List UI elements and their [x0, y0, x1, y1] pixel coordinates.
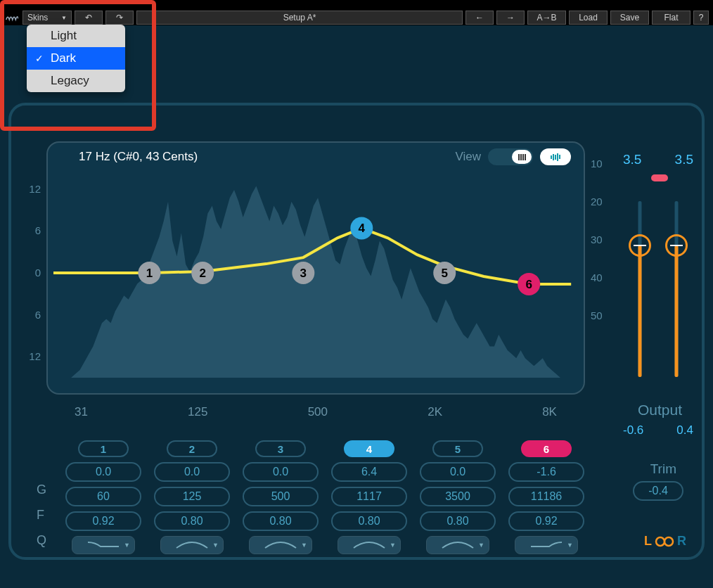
- x-axis-tick: 500: [308, 405, 328, 422]
- check-icon: ✓: [35, 53, 44, 64]
- band-column-6: 6-1.6111860.92▼: [508, 440, 585, 554]
- save-button[interactable]: Save: [610, 11, 649, 25]
- band-shape-selector[interactable]: ▼: [249, 536, 312, 554]
- svg-point-0: [656, 537, 664, 546]
- band-f-field[interactable]: 1117: [331, 487, 407, 506]
- band-node-label: 2: [199, 267, 205, 280]
- band-select-button[interactable]: 2: [167, 440, 217, 457]
- load-label: Load: [579, 13, 598, 23]
- band-select-button[interactable]: 6: [521, 440, 572, 457]
- peak-indicator[interactable]: [651, 174, 668, 181]
- bar-icon: [551, 155, 552, 159]
- frequency-readout: 17 Hz (C#0, 43 Cents): [79, 150, 198, 164]
- waves-logo-icon: [4, 11, 20, 25]
- bar-icon: [553, 154, 554, 160]
- band-shape-selector[interactable]: ▼: [160, 536, 224, 554]
- y-axis-left-tick: 6: [24, 309, 41, 321]
- band-node-label: 6: [525, 278, 532, 291]
- q-row-label: Q: [37, 533, 46, 548]
- y-axis-left-tick: 0: [24, 267, 41, 279]
- band-f-field[interactable]: 60: [65, 487, 141, 506]
- band-node-label: 3: [300, 267, 307, 280]
- trim-value[interactable]: -0.4: [633, 481, 683, 501]
- skins-menu-item[interactable]: ✓Dark: [27, 47, 125, 70]
- copy-ab-button[interactable]: A→B: [527, 11, 566, 25]
- menu-item-label: Light: [51, 29, 77, 43]
- analyzer-mode-button[interactable]: [540, 148, 571, 165]
- y-axis-left-tick: 12: [24, 183, 41, 195]
- load-button[interactable]: Load: [569, 11, 608, 25]
- band-column-5: 50.035000.80▼: [419, 440, 496, 554]
- band-g-field[interactable]: 6.4: [331, 462, 407, 482]
- band-select-button[interactable]: 3: [255, 440, 306, 457]
- band-g-field[interactable]: -1.6: [508, 462, 584, 482]
- preset-prev-button[interactable]: ←: [465, 11, 494, 25]
- band-column-3: 30.05000.80▼: [242, 440, 319, 554]
- skins-menu-item[interactable]: Light: [27, 25, 125, 47]
- plugin-panel: 17 Hz (C#0, 43 Cents) View 123456 126061…: [0, 25, 713, 588]
- fader-thumb[interactable]: [629, 234, 651, 257]
- band-select-button[interactable]: 5: [432, 440, 483, 457]
- redo-button[interactable]: ↷: [105, 11, 134, 25]
- arrow-right-icon: →: [506, 13, 515, 23]
- band-q-field[interactable]: 0.80: [243, 511, 319, 531]
- y-axis-left-tick: 6: [24, 224, 41, 236]
- band-select-button[interactable]: 4: [344, 440, 394, 457]
- analyzer-toggle[interactable]: [488, 148, 533, 165]
- shape-bell-icon: [441, 539, 475, 551]
- band-column-4: 46.411170.80▼: [330, 440, 408, 554]
- help-button[interactable]: ?: [693, 11, 709, 25]
- output-left-value[interactable]: -0.6: [623, 423, 643, 437]
- undo-button[interactable]: ↶: [75, 11, 103, 25]
- skins-menu-item[interactable]: Legacy: [27, 70, 125, 92]
- setup-preset-display[interactable]: Setup A*: [136, 11, 463, 25]
- chevron-down-icon: ▼: [478, 542, 484, 549]
- band-node-label: 5: [441, 267, 447, 280]
- band-g-field[interactable]: 0.0: [243, 462, 319, 482]
- band-f-field[interactable]: 500: [243, 487, 319, 506]
- flat-button[interactable]: Flat: [652, 11, 690, 25]
- band-shape-selector[interactable]: ▼: [426, 536, 489, 554]
- y-axis-right-tick: 40: [591, 271, 603, 283]
- band-f-field[interactable]: 11186: [508, 487, 584, 506]
- output-fader-left[interactable]: [629, 201, 651, 377]
- band-q-field[interactable]: 0.80: [331, 511, 407, 531]
- band-select-button[interactable]: 1: [78, 440, 129, 457]
- band-node-label: 1: [146, 267, 153, 280]
- band-shape-selector[interactable]: ▼: [338, 536, 401, 554]
- shape-bell-icon: [175, 539, 209, 551]
- band-q-field[interactable]: 0.92: [508, 511, 584, 531]
- skins-dropdown-button[interactable]: Skins ▼: [23, 11, 72, 25]
- band-g-field[interactable]: 0.0: [420, 462, 496, 482]
- output-fader-right[interactable]: [665, 201, 688, 377]
- menu-item-label: Legacy: [51, 74, 89, 88]
- stereo-link-control[interactable]: L R: [644, 534, 686, 549]
- view-label: View: [455, 150, 481, 164]
- fader-fill: [675, 245, 679, 378]
- trim-label: Trim: [650, 461, 676, 477]
- band-shape-selector[interactable]: ▼: [515, 536, 578, 554]
- band-column-2: 20.01250.80▼: [153, 440, 231, 554]
- fader-thumb[interactable]: [665, 234, 688, 257]
- band-q-field[interactable]: 0.80: [420, 511, 496, 531]
- band-q-field[interactable]: 0.92: [65, 511, 141, 531]
- eq-graph[interactable]: 17 Hz (C#0, 43 Cents) View 123456: [46, 141, 585, 395]
- band-g-field[interactable]: 0.0: [154, 462, 230, 482]
- output-label: Output: [638, 402, 682, 418]
- band-f-field[interactable]: 3500: [420, 487, 496, 506]
- output-right-value[interactable]: 0.4: [676, 423, 693, 437]
- chevron-down-icon: ▼: [567, 542, 573, 549]
- preset-next-button[interactable]: →: [496, 11, 525, 25]
- band-node-label: 4: [359, 222, 366, 235]
- band-controls: 10.0600.92▼20.01250.80▼30.05000.80▼46.41…: [65, 440, 585, 554]
- view-controls: View: [455, 148, 571, 165]
- x-axis-tick: 31: [75, 405, 88, 422]
- output-faders: [629, 201, 688, 377]
- band-f-field[interactable]: 125: [154, 487, 230, 506]
- band-g-field[interactable]: 0.0: [65, 462, 141, 482]
- bar-icon: [557, 153, 558, 161]
- band-shape-selector[interactable]: ▼: [72, 536, 135, 554]
- x-axis-tick: 125: [188, 405, 207, 422]
- flat-label: Flat: [664, 13, 678, 23]
- band-q-field[interactable]: 0.80: [154, 511, 230, 531]
